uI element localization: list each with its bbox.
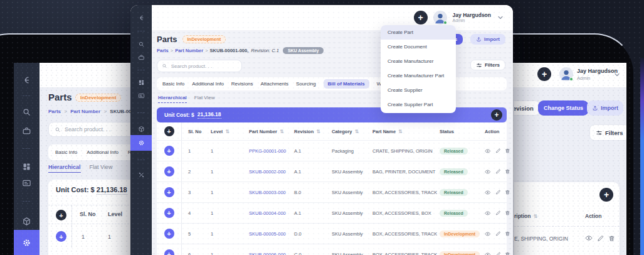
column-part-name[interactable]: Part Name⇅	[370, 129, 437, 134]
breadcrumb-part-number[interactable]: Part Number	[70, 109, 100, 114]
change-status-button[interactable]: Change Status	[538, 100, 589, 116]
delete-icon[interactable]	[505, 251, 510, 255]
sidebar-item-briefcase[interactable]	[138, 54, 145, 61]
view-icon[interactable]	[485, 168, 491, 175]
sort-icon[interactable]: ⇅	[355, 129, 359, 134]
global-add-button[interactable]: +	[414, 11, 428, 24]
expand-row-button[interactable]: +	[164, 208, 174, 218]
sidebar-item-search[interactable]	[22, 107, 31, 117]
search-input[interactable]	[48, 122, 130, 137]
edit-icon[interactable]	[495, 251, 501, 255]
view-icon[interactable]	[485, 189, 491, 196]
column-category[interactable]: Category⇅	[329, 129, 370, 134]
part-number-link[interactable]: SKUB-00003-000	[249, 190, 286, 195]
import-button[interactable]: Import	[587, 100, 623, 116]
sidebar-item-collapse[interactable]	[138, 14, 145, 21]
tab-basic-info[interactable]: Basic Info	[55, 149, 77, 155]
part-number-link[interactable]: SKUB-00005-000	[249, 231, 286, 237]
avatar[interactable]	[559, 67, 573, 81]
tab-additional-info[interactable]: Additional Info	[87, 149, 119, 155]
expand-row-button[interactable]: +	[56, 231, 66, 242]
menu-item-create-manufacturer[interactable]: Create Manufacturer	[381, 54, 456, 68]
delete-icon[interactable]	[505, 189, 510, 195]
avatar[interactable]	[433, 11, 447, 24]
expand-row-button[interactable]: +	[164, 187, 174, 197]
sort-icon[interactable]: ⇅	[280, 129, 284, 134]
sort-icon[interactable]: ⇅	[225, 129, 230, 134]
view-icon[interactable]	[485, 148, 491, 155]
chevron-down-icon[interactable]	[497, 14, 504, 21]
view-icon[interactable]	[485, 231, 491, 237]
part-number-link[interactable]: SKUB-00004-000	[249, 210, 286, 216]
edit-icon[interactable]	[495, 210, 501, 216]
sort-icon[interactable]: ⇅	[398, 129, 403, 134]
edit-icon[interactable]	[597, 235, 604, 242]
breadcrumb-parts[interactable]: Parts	[157, 48, 169, 53]
view-icon[interactable]	[585, 234, 593, 242]
menu-item-create-supplier-part[interactable]: Create Supplier Part	[381, 97, 456, 112]
tab-sourcing[interactable]: Sourcing	[296, 81, 316, 87]
menu-item-create-supplier[interactable]: Create Supplier	[381, 83, 456, 97]
tab-bill-of-materials[interactable]: Bill of Materials	[324, 79, 369, 89]
add-row-button[interactable]: +	[56, 210, 66, 220]
tab-revisions[interactable]: Revisions	[231, 81, 253, 87]
sidebar-item-briefcase[interactable]	[22, 126, 31, 136]
tab-flat-view[interactable]: Flat View	[194, 95, 215, 103]
add-row-button[interactable]: +	[491, 109, 502, 121]
menu-item-create-manufacturer-part[interactable]: Create Manufacturer Part	[381, 68, 456, 83]
sidebar-item-dashboard[interactable]	[138, 79, 145, 86]
import-button[interactable]: Import	[470, 34, 505, 45]
breadcrumb-parts[interactable]: Parts	[48, 109, 61, 114]
tab-flat-view[interactable]: Flat View	[90, 164, 113, 173]
tab-attachments[interactable]: Attachments	[261, 81, 288, 87]
search-input[interactable]	[157, 60, 242, 72]
menu-item-create-document[interactable]: Create Document	[381, 40, 456, 54]
revision-button[interactable]: evision	[514, 100, 540, 116]
delete-icon[interactable]	[505, 231, 510, 237]
part-number-link[interactable]: SKUB-00006-000	[249, 252, 286, 255]
sort-icon[interactable]: ⇅	[533, 214, 537, 219]
delete-icon[interactable]	[505, 210, 510, 216]
search-field[interactable]	[171, 63, 237, 69]
filters-button[interactable]: Filters	[589, 124, 626, 141]
delete-icon[interactable]	[505, 148, 510, 154]
edit-icon[interactable]	[495, 231, 501, 237]
column-level[interactable]: Level⇅	[208, 129, 246, 134]
breadcrumb-part-number[interactable]: Part Number	[175, 48, 203, 53]
column-part-number[interactable]: Part Number⇅	[246, 129, 292, 134]
global-add-button[interactable]: +	[537, 67, 551, 81]
filters-button[interactable]: Filters	[470, 60, 505, 70]
edit-icon[interactable]	[495, 189, 501, 195]
expand-row-button[interactable]: +	[164, 146, 174, 156]
part-number-link[interactable]: SKUB-00002-000	[249, 169, 286, 175]
delete-icon[interactable]	[608, 235, 615, 242]
part-number-link[interactable]: PPKG-00001-000	[249, 148, 286, 154]
expand-row-button[interactable]: +	[164, 249, 174, 255]
sidebar-item-search[interactable]	[138, 41, 145, 48]
add-row-button[interactable]: +	[164, 126, 174, 136]
chevron-down-icon[interactable]	[613, 71, 621, 79]
expand-row-button[interactable]: +	[164, 229, 174, 239]
search-field[interactable]	[65, 126, 130, 133]
delete-icon[interactable]	[505, 168, 510, 175]
sidebar-item-cube[interactable]	[22, 217, 31, 226]
view-icon[interactable]	[485, 210, 491, 217]
view-icon[interactable]	[485, 251, 491, 255]
sidebar-item-card[interactable]	[22, 178, 31, 188]
sidebar-item-cube[interactable]	[138, 126, 145, 133]
edit-icon[interactable]	[495, 148, 501, 154]
sidebar-item-card[interactable]	[138, 92, 145, 99]
sidebar-item-gear[interactable]	[138, 139, 145, 146]
tab-basic-info[interactable]: Basic Info	[162, 81, 184, 87]
sidebar-item-dashboard[interactable]	[22, 162, 31, 171]
expand-row-button[interactable]: +	[164, 166, 174, 176]
add-row-button[interactable]: +	[599, 188, 613, 202]
column-revision[interactable]: Revision⇅	[292, 129, 329, 134]
sort-icon[interactable]: ⇅	[316, 129, 320, 134]
tab-additional-info[interactable]: Additional Info	[192, 81, 224, 87]
tab-hierarchical[interactable]: Hierarchical	[158, 95, 187, 103]
menu-item-create-part[interactable]: Create Part	[381, 25, 456, 40]
tab-hierarchical[interactable]: Hierarchical	[48, 164, 81, 173]
edit-icon[interactable]	[495, 168, 501, 175]
sidebar-item-gear[interactable]	[22, 238, 31, 247]
